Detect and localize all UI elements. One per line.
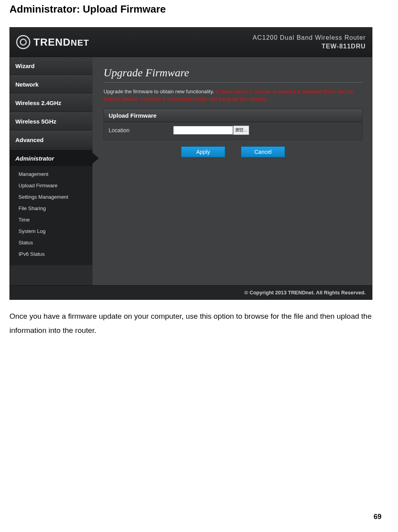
upload-firmware-panel: Upload Firmware Location 瀏覽... (104, 109, 363, 140)
sidebar-item-wireless-24[interactable]: Wireless 2.4GHz (10, 94, 93, 112)
location-label: Location (109, 127, 172, 133)
product-model: TEW-811DRU (253, 42, 366, 51)
page-title: Upgrade Firmware (104, 66, 363, 79)
panel-body: Location 瀏覽... (104, 122, 362, 140)
sidebar-item-wizard[interactable]: Wizard (10, 57, 93, 75)
product-title: AC1200 Dual Band Wireless Router TEW-811… (253, 33, 366, 50)
action-buttons: Apply Cancel (104, 146, 363, 157)
browse-button[interactable]: 瀏覽... (233, 126, 249, 135)
sidebar-item-advanced[interactable]: Advanced (10, 131, 93, 149)
router-header: TRENDNET AC1200 Dual Band Wireless Route… (10, 28, 372, 57)
router-body: Wizard Network Wireless 2.4GHz Wireless … (10, 57, 372, 285)
sub-item-upload-firmware[interactable]: Upload Firmware (10, 180, 93, 191)
router-admin-screenshot: TRENDNET AC1200 Dual Band Wireless Route… (9, 27, 372, 300)
sidebar-item-wireless-5[interactable]: Wireless 5GHz (10, 112, 93, 131)
router-footer: © Copyright 2013 TRENDnet. All Rights Re… (10, 285, 372, 299)
sub-item-time[interactable]: Time (10, 214, 93, 225)
doc-heading: Administrator: Upload Firmware (9, 3, 389, 15)
trendnet-logo-icon (16, 35, 30, 49)
product-line1: AC1200 Dual Band Wireless Router (253, 33, 366, 42)
cancel-button[interactable]: Cancel (241, 146, 285, 157)
sub-item-management[interactable]: Management (10, 168, 93, 180)
sub-item-file-sharing[interactable]: File Sharing (10, 203, 93, 214)
file-path-input[interactable] (173, 126, 233, 135)
sidebar-subnav: Management Upload Firmware Settings Mana… (10, 166, 93, 265)
page-description: Upgrade the firmware to obtain new funct… (104, 88, 363, 103)
file-input-group: 瀏覽... (173, 126, 249, 135)
panel-header: Upload Firmware (104, 109, 362, 122)
sub-item-ipv6-status[interactable]: IPv6 Status (10, 248, 93, 260)
brand-logo: TRENDNET (16, 35, 89, 49)
sidebar-item-network[interactable]: Network (10, 75, 93, 94)
sidebar: Wizard Network Wireless 2.4GHz Wireless … (10, 57, 93, 285)
sub-item-settings-management[interactable]: Settings Management (10, 191, 93, 203)
sub-item-status[interactable]: Status (10, 237, 93, 248)
desc-text: Upgrade the firmware to obtain new funct… (104, 89, 215, 94)
sub-item-system-log[interactable]: System Log (10, 225, 93, 237)
page-number: 69 (374, 513, 381, 521)
doc-body-text: Once you have a firmware update on your … (9, 309, 376, 338)
location-row: Location 瀏覽... (109, 126, 357, 135)
sidebar-item-administrator[interactable]: Administrator (10, 149, 93, 166)
content-area: Upgrade Firmware Upgrade the firmware to… (93, 57, 372, 285)
brand-name: TRENDNET (33, 36, 89, 48)
title-divider (104, 82, 363, 83)
apply-button[interactable]: Apply (181, 146, 225, 157)
